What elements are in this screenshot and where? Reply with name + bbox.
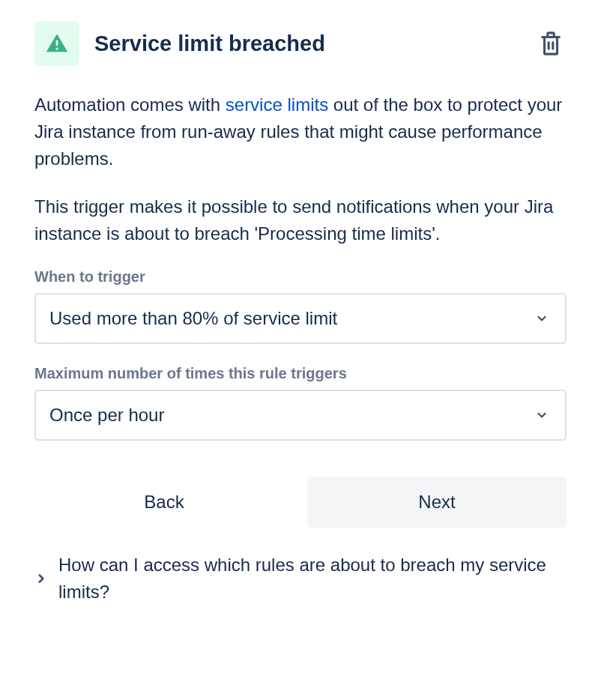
service-limits-link[interactable]: service limits xyxy=(226,94,328,115)
button-row: Back Next xyxy=(34,477,567,528)
max-triggers-value: Once per hour xyxy=(49,405,164,425)
next-button[interactable]: Next xyxy=(307,477,567,528)
warning-icon-badge xyxy=(34,21,79,66)
description-paragraph-1: Automation comes with service limits out… xyxy=(34,91,567,172)
svg-rect-0 xyxy=(56,40,58,46)
max-triggers-label: Maximum number of times this rule trigge… xyxy=(34,365,567,382)
back-button[interactable]: Back xyxy=(34,477,294,528)
warning-icon xyxy=(44,31,70,56)
when-to-trigger-value: Used more than 80% of service limit xyxy=(49,308,337,328)
svg-rect-1 xyxy=(56,48,58,50)
max-triggers-select[interactable]: Once per hour xyxy=(34,390,567,441)
delete-button[interactable] xyxy=(535,26,567,61)
chevron-down-icon xyxy=(535,312,549,325)
description-paragraph-2: This trigger makes it possible to send n… xyxy=(34,193,567,247)
help-expander[interactable]: How can I access which rules are about t… xyxy=(34,552,567,606)
header-left: Service limit breached xyxy=(34,21,325,66)
page-title: Service limit breached xyxy=(94,31,325,56)
panel-header: Service limit breached xyxy=(34,21,567,66)
max-triggers-field: Maximum number of times this rule trigge… xyxy=(34,365,567,441)
when-to-trigger-label: When to trigger xyxy=(34,268,567,286)
description-text-pre: Automation comes with xyxy=(34,94,226,115)
when-to-trigger-select[interactable]: Used more than 80% of service limit xyxy=(34,293,567,344)
when-to-trigger-field: When to trigger Used more than 80% of se… xyxy=(34,268,567,344)
help-question-text: How can I access which rules are about t… xyxy=(58,552,567,606)
trash-icon xyxy=(538,29,564,58)
chevron-right-icon xyxy=(34,572,48,585)
chevron-down-icon xyxy=(535,408,549,422)
